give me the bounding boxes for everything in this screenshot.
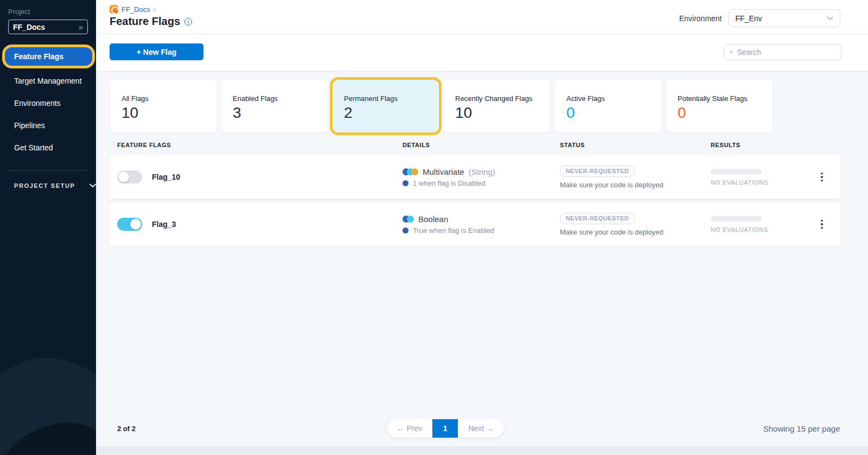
variation-dot-icon	[403, 228, 409, 233]
stat-card-enabled-flags[interactable]: Enabled Flags 3	[221, 80, 328, 132]
row-count: 2 of 2	[110, 425, 240, 433]
stat-card-all-flags[interactable]: All Flags 10	[110, 80, 216, 132]
table-header-row: FEATURE FLAGS DETAILS STATUS RESULTS	[110, 142, 840, 148]
status-text: Make sure your code is deployed	[560, 228, 711, 236]
row-menu-button[interactable]	[819, 170, 825, 184]
stat-value: 0	[678, 104, 773, 122]
pagination-footer: 2 of 2 ← Prev 1 Next → Showing 15 per pa…	[110, 419, 840, 446]
project-setup-label: PROJECT SETUP	[14, 182, 75, 189]
stat-value: 2	[344, 104, 439, 122]
details-cell: Multivariate (String) 1 when flag is Dis…	[403, 167, 560, 187]
sidebar: Project FF_Docs » Feature Flags Target M…	[0, 0, 96, 455]
flag-type-suffix: (String)	[469, 167, 495, 176]
sidebar-item-feature-flags[interactable]: Feature Flags	[5, 47, 92, 66]
table-row[interactable]: Flag_3 Boolean True when flag is Enabled…	[110, 203, 840, 246]
stat-label: Active Flags	[566, 94, 661, 103]
status-text: Make sure your code is deployed	[560, 181, 711, 189]
results-cell: NO EVALUATIONS	[711, 169, 819, 186]
results-cell: NO EVALUATIONS	[711, 216, 819, 233]
prev-page-button[interactable]: ← Prev	[387, 419, 433, 438]
page-header: FF_Docs › Feature Flags i Environment FF…	[96, 0, 868, 34]
stat-value: 10	[122, 104, 216, 122]
sidebar-nav: Feature Flags Target Management Environm…	[0, 45, 96, 160]
project-selector[interactable]: FF_Docs »	[8, 20, 88, 34]
sidebar-item-environments[interactable]: Environments	[0, 93, 96, 113]
results-bar	[711, 169, 762, 174]
feature-flags-logo-icon	[110, 5, 118, 14]
toggle-knob	[130, 219, 141, 230]
results-text: NO EVALUATIONS	[711, 226, 819, 233]
info-icon[interactable]: i	[184, 18, 192, 26]
column-header-feature-flags: FEATURE FLAGS	[110, 142, 403, 148]
variation-dot-icon	[403, 180, 409, 186]
stat-card-potentially-stale-flags[interactable]: Potentially Stale Flags 0	[666, 80, 773, 132]
boolean-icon	[403, 216, 414, 223]
chevron-right-icon: ›	[154, 5, 156, 14]
sidebar-item-pipelines[interactable]: Pipelines	[0, 116, 96, 135]
project-name: FF_Docs	[13, 23, 45, 31]
toolbar: + New Flag	[96, 34, 868, 72]
new-flag-button[interactable]: + New Flag	[110, 43, 203, 60]
environment-value: FF_Env	[736, 14, 762, 23]
stat-label: Potentially Stale Flags	[678, 94, 773, 103]
flag-toggle[interactable]	[117, 170, 142, 184]
chevron-down-icon	[90, 184, 96, 188]
sidebar-divider	[8, 170, 88, 170]
table-row[interactable]: Flag_10 Multivariate (String) 1 when fla…	[110, 155, 840, 199]
stat-value: 0	[566, 104, 661, 122]
title-row: Feature Flags i	[110, 15, 192, 28]
stat-value: 10	[455, 104, 550, 122]
bottom-strip	[96, 446, 868, 455]
flag-name[interactable]: Flag_10	[152, 173, 180, 181]
per-page-indicator: Showing 15 per page	[710, 424, 840, 433]
flag-name[interactable]: Flag_3	[152, 220, 176, 229]
results-text: NO EVALUATIONS	[711, 179, 819, 186]
environment-select[interactable]: FF_Env	[729, 9, 840, 27]
column-header-details: DETAILS	[403, 142, 560, 148]
pagination: ← Prev 1 Next →	[387, 419, 504, 438]
stat-label: Recently Changed Flags	[455, 94, 550, 103]
environment-picker: Environment FF_Env	[679, 9, 840, 27]
column-header-status: STATUS	[560, 142, 711, 148]
flag-toggle[interactable]	[117, 218, 142, 231]
stat-card-permanent-flags[interactable]: Permanent Flags 2	[333, 80, 439, 132]
variation-text: 1 when flag is Disabled	[413, 179, 486, 187]
project-setup-section[interactable]: PROJECT SETUP	[14, 182, 96, 189]
search-box	[724, 44, 841, 60]
page-title: Feature Flags	[110, 15, 180, 28]
status-badge: NEVER-REQUESTED	[560, 213, 635, 224]
sidebar-item-target-management[interactable]: Target Management	[0, 71, 96, 91]
flag-name-cell: Flag_3	[110, 218, 403, 231]
header-left: FF_Docs › Feature Flags i	[110, 5, 192, 28]
breadcrumb: FF_Docs ›	[110, 5, 192, 14]
column-header-results: RESULTS	[711, 142, 819, 148]
current-page-button[interactable]: 1	[432, 419, 458, 438]
status-badge: NEVER-REQUESTED	[560, 166, 635, 177]
stat-label: Enabled Flags	[233, 94, 328, 103]
row-menu-button[interactable]	[819, 218, 825, 231]
flag-type: Boolean	[418, 214, 448, 224]
status-cell: NEVER-REQUESTED Make sure your code is d…	[560, 213, 711, 236]
main-area: FF_Docs › Feature Flags i Environment FF…	[96, 0, 868, 455]
stat-value: 3	[233, 104, 328, 122]
flag-type: Multivariate	[423, 167, 464, 176]
search-input[interactable]	[737, 48, 835, 56]
project-label: Project	[8, 8, 96, 16]
next-page-button[interactable]: Next →	[458, 419, 504, 438]
sidebar-item-get-started[interactable]: Get Started	[0, 138, 96, 157]
multivariate-icon	[403, 168, 418, 175]
expand-sidebar-icon[interactable]: »	[79, 23, 83, 31]
stat-card-active-flags[interactable]: Active Flags 0	[555, 80, 661, 132]
variation-text: True when flag is Enabled	[413, 226, 494, 235]
chevron-down-icon	[827, 16, 833, 21]
stat-card-recently-changed-flags[interactable]: Recently Changed Flags 10	[444, 80, 550, 132]
stat-label: Permanent Flags	[344, 94, 439, 103]
status-cell: NEVER-REQUESTED Make sure your code is d…	[560, 166, 711, 189]
content-area: All Flags 10 Enabled Flags 3 Permanent F…	[96, 72, 868, 446]
breadcrumb-project-link[interactable]: FF_Docs	[122, 5, 150, 14]
results-bar	[711, 216, 762, 222]
environment-label: Environment	[679, 14, 722, 23]
details-cell: Boolean True when flag is Enabled	[403, 214, 560, 235]
stat-cards-row: All Flags 10 Enabled Flags 3 Permanent F…	[110, 80, 840, 132]
toggle-knob	[118, 172, 129, 182]
